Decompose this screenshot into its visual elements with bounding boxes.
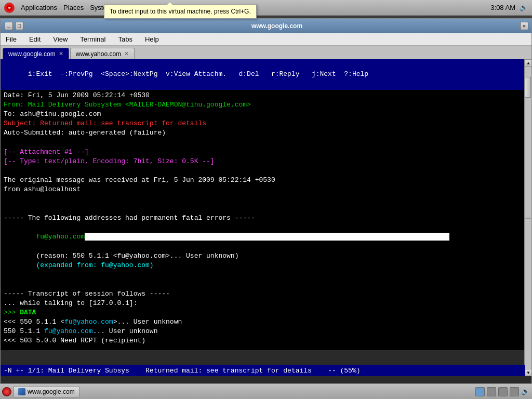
vm-tooltip: To direct input to this virtual machine,… bbox=[104, 4, 257, 19]
blank-line-4 bbox=[4, 204, 528, 214]
close-button[interactable]: ✕ bbox=[520, 22, 528, 30]
while-talking-line: ... while talking to [127.0.0.1]: bbox=[4, 299, 528, 308]
view-menu[interactable]: View bbox=[51, 34, 70, 44]
blank-line-5 bbox=[4, 270, 528, 280]
fedora-logo-icon[interactable] bbox=[4, 3, 15, 13]
tab-yahoo[interactable]: www.yahoo.com ✕ bbox=[70, 48, 135, 59]
help-menu[interactable]: Help bbox=[143, 34, 161, 44]
system-bar-left: Applications Places System bbox=[4, 3, 112, 13]
taskbar-fedora-icon bbox=[2, 387, 11, 396]
blank-line-1 bbox=[4, 138, 528, 148]
resp550-line: <<< 550 5.1.1 <fu@yahoo.com>... User unk… bbox=[4, 317, 528, 327]
scrollbar-thumb[interactable] bbox=[525, 77, 531, 98]
transcript-line: ----- Transcript of session follows ----… bbox=[4, 289, 528, 299]
file-menu[interactable]: File bbox=[4, 34, 19, 44]
terminal-title: www.google.com bbox=[35, 22, 519, 30]
bad-address-line: fu@yahoo.com bbox=[4, 223, 528, 251]
applications-menu[interactable]: Applications bbox=[21, 4, 57, 11]
scroll-down-button[interactable]: ▼ bbox=[525, 369, 532, 376]
taskbar-indicator-4[interactable] bbox=[510, 387, 519, 396]
scrollbar-track[interactable] bbox=[525, 66, 531, 376]
tab-google[interactable]: www.google.com ✕ bbox=[3, 48, 69, 59]
email-date: Date: Fri, 5 Jun 2009 05:22:14 +0530 bbox=[4, 91, 528, 100]
blank-line-6 bbox=[4, 280, 528, 289]
tab-yahoo-close[interactable]: ✕ bbox=[124, 50, 129, 57]
taskbar-sound-icon[interactable]: 🔊 bbox=[521, 387, 530, 396]
tab-google-close[interactable]: ✕ bbox=[59, 50, 63, 57]
places-menu[interactable]: Places bbox=[63, 4, 84, 11]
email-from: From: Mail Delivery Subsystem <MAILER-DA… bbox=[4, 100, 528, 110]
terminal-window: _ □ www.google.com ✕ File Edit View Term… bbox=[0, 18, 532, 392]
scroll-indicator bbox=[525, 218, 531, 219]
email-body: Date: Fri, 5 Jun 2009 05:22:14 +0530 Fro… bbox=[1, 90, 531, 347]
system-bar: Applications Places System 3:08 AM 🔊 bbox=[0, 0, 532, 16]
terminal-app-icon bbox=[18, 388, 25, 395]
tabs-menu[interactable]: Tabs bbox=[116, 34, 134, 44]
system-bar-right: 3:08 AM 🔊 bbox=[490, 4, 528, 11]
taskbar-indicator-2[interactable] bbox=[487, 387, 496, 396]
taskbar-indicator-1[interactable] bbox=[475, 387, 485, 396]
scrollbar[interactable]: ▲ ▼ bbox=[524, 59, 531, 376]
resp503-line: <<< 503 5.0.0 Need RCPT (recipient) bbox=[4, 336, 528, 345]
tab-yahoo-label: www.yahoo.com bbox=[76, 50, 121, 58]
email-command-bar: i:Exit -:PrevPg <Space>:NextPg v:View At… bbox=[1, 59, 531, 90]
expanded-line: (expanded from: fu@yahoo.com) bbox=[4, 261, 528, 270]
system-clock: 3:08 AM bbox=[490, 4, 515, 11]
email-to: To: ashu@tinu.google.com bbox=[4, 110, 528, 119]
reason-line: (reason: 550 5.1.1 <fu@yahoo.com>... Use… bbox=[4, 251, 528, 261]
data-cmd-line: >>> DATA bbox=[4, 308, 528, 317]
attachment-header-2: [-- Type: text/plain, Encoding: 7bit, Si… bbox=[4, 157, 528, 166]
bad-address-green: fu@yahoo.com bbox=[36, 233, 85, 241]
terminal-content[interactable]: i:Exit -:PrevPg <Space>:NextPg v:View At… bbox=[1, 59, 531, 350]
email-autosubmit: Auto-Submitted: auto-generated (failure) bbox=[4, 128, 528, 138]
terminal-menu[interactable]: Terminal bbox=[78, 34, 108, 44]
edit-menu[interactable]: Edit bbox=[27, 34, 43, 44]
sound-icon[interactable]: 🔊 bbox=[520, 4, 528, 11]
minimize-button[interactable]: _ bbox=[5, 22, 13, 30]
error550-line: 550 5.1.1 fu@yahoo.com... User unknown bbox=[4, 327, 528, 336]
email-subject: Subject: Returned mail: see transcript f… bbox=[4, 119, 528, 128]
scroll-up-button[interactable]: ▲ bbox=[525, 59, 532, 66]
email-status-bar: -N +- 1/1: Mail Delivery Subsys Returned… bbox=[1, 365, 525, 376]
taskbar-right: 🔊 bbox=[475, 387, 530, 396]
maximize-button[interactable]: □ bbox=[15, 22, 23, 30]
bad-address-cursor bbox=[85, 233, 449, 241]
terminal-menubar: File Edit View Terminal Tabs Help bbox=[1, 33, 531, 46]
original-msg-1: The original message was received at Fri… bbox=[4, 176, 528, 185]
taskbar-app-button[interactable]: www.google.com bbox=[14, 386, 79, 397]
taskbar: www.google.com 🔊 bbox=[0, 383, 532, 399]
original-msg-2: from ashu@localhost bbox=[4, 185, 528, 194]
taskbar-app-label: www.google.com bbox=[28, 388, 75, 395]
blank-line-2 bbox=[4, 166, 528, 176]
taskbar-indicator-3[interactable] bbox=[498, 387, 508, 396]
tab-google-label: www.google.com bbox=[8, 50, 56, 58]
terminal-titlebar: _ □ www.google.com ✕ bbox=[1, 19, 531, 33]
attachment-header-1: [-- Attachment #1 --] bbox=[4, 148, 528, 157]
blank-line-3 bbox=[4, 195, 528, 204]
fatal-errors-line: ----- The following addresses had perman… bbox=[4, 214, 528, 223]
tabs-bar: www.google.com ✕ www.yahoo.com ✕ bbox=[1, 46, 531, 59]
